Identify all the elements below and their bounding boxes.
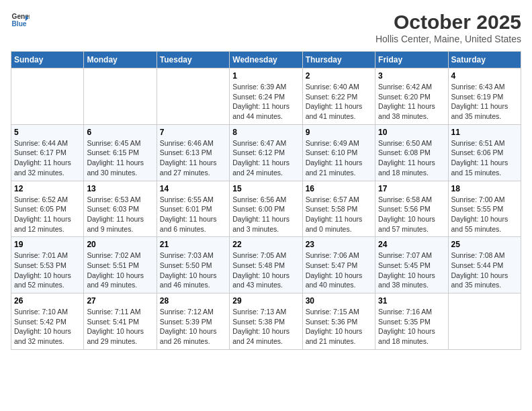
table-row: 15Sunrise: 6:56 AM Sunset: 6:00 PM Dayli… [230, 181, 302, 237]
day-number: 14 [160, 184, 226, 193]
day-number: 15 [232, 184, 299, 193]
day-number: 4 [451, 71, 518, 81]
table-row: 31Sunrise: 7:16 AM Sunset: 5:35 PM Dayli… [375, 293, 448, 350]
day-number: 13 [87, 184, 153, 193]
table-row: 11Sunrise: 6:51 AM Sunset: 6:06 PM Dayli… [448, 124, 521, 181]
location: Hollis Center, Maine, United States [375, 34, 521, 44]
day-info: Sunrise: 6:42 AM Sunset: 6:20 PM Dayligh… [378, 82, 445, 122]
calendar-week-row: 19Sunrise: 7:01 AM Sunset: 5:53 PM Dayli… [11, 237, 521, 293]
table-row: 13Sunrise: 6:53 AM Sunset: 6:03 PM Dayli… [84, 181, 157, 237]
calendar-week-row: 5Sunrise: 6:44 AM Sunset: 6:17 PM Daylig… [11, 124, 521, 181]
day-info: Sunrise: 7:15 AM Sunset: 5:36 PM Dayligh… [306, 307, 372, 347]
table-row: 26Sunrise: 7:10 AM Sunset: 5:42 PM Dayli… [11, 293, 84, 350]
table-row: 4Sunrise: 6:43 AM Sunset: 6:19 PM Daylig… [448, 68, 521, 125]
page-header: General Blue October 2025 Hollis Center,… [11, 11, 521, 44]
table-row: 19Sunrise: 7:01 AM Sunset: 5:53 PM Dayli… [11, 237, 84, 293]
table-row: 12Sunrise: 6:52 AM Sunset: 6:05 PM Dayli… [11, 181, 84, 237]
table-row: 5Sunrise: 6:44 AM Sunset: 6:17 PM Daylig… [11, 124, 84, 181]
table-row: 18Sunrise: 7:00 AM Sunset: 5:55 PM Dayli… [448, 181, 521, 237]
day-info: Sunrise: 6:51 AM Sunset: 6:06 PM Dayligh… [451, 138, 518, 178]
table-row: 21Sunrise: 7:03 AM Sunset: 5:50 PM Dayli… [157, 237, 229, 293]
day-number: 12 [14, 184, 81, 193]
table-row: 7Sunrise: 6:46 AM Sunset: 6:13 PM Daylig… [157, 124, 229, 181]
day-info: Sunrise: 6:58 AM Sunset: 5:56 PM Dayligh… [378, 195, 445, 234]
table-row [157, 68, 229, 125]
logo-icon: General Blue [11, 11, 30, 30]
day-info: Sunrise: 6:50 AM Sunset: 6:08 PM Dayligh… [378, 138, 445, 178]
col-monday: Monday [84, 52, 157, 68]
day-number: 1 [232, 71, 299, 81]
day-number: 21 [160, 240, 226, 249]
table-row: 30Sunrise: 7:15 AM Sunset: 5:36 PM Dayli… [302, 293, 375, 350]
table-row [11, 68, 84, 125]
day-number: 9 [306, 128, 372, 137]
table-row: 17Sunrise: 6:58 AM Sunset: 5:56 PM Dayli… [375, 181, 448, 237]
day-number: 18 [451, 184, 518, 193]
day-number: 8 [232, 128, 299, 137]
day-number: 28 [160, 296, 226, 306]
day-number: 10 [378, 128, 445, 137]
day-info: Sunrise: 7:13 AM Sunset: 5:38 PM Dayligh… [232, 307, 299, 347]
day-info: Sunrise: 7:06 AM Sunset: 5:47 PM Dayligh… [306, 250, 372, 290]
col-thursday: Thursday [302, 52, 375, 68]
day-number: 17 [378, 184, 445, 193]
calendar-header-row: Sunday Monday Tuesday Wednesday Thursday… [11, 52, 521, 68]
table-row: 2Sunrise: 6:40 AM Sunset: 6:22 PM Daylig… [302, 68, 375, 125]
day-info: Sunrise: 6:56 AM Sunset: 6:00 PM Dayligh… [232, 195, 299, 234]
table-row: 8Sunrise: 6:47 AM Sunset: 6:12 PM Daylig… [230, 124, 302, 181]
calendar-week-row: 26Sunrise: 7:10 AM Sunset: 5:42 PM Dayli… [11, 293, 521, 350]
day-info: Sunrise: 7:12 AM Sunset: 5:39 PM Dayligh… [160, 307, 226, 347]
day-info: Sunrise: 7:00 AM Sunset: 5:55 PM Dayligh… [451, 195, 518, 234]
col-friday: Friday [375, 52, 448, 68]
table-row: 25Sunrise: 7:08 AM Sunset: 5:44 PM Dayli… [448, 237, 521, 293]
day-info: Sunrise: 6:43 AM Sunset: 6:19 PM Dayligh… [451, 82, 518, 122]
day-number: 29 [232, 296, 299, 306]
day-number: 16 [306, 184, 372, 193]
day-info: Sunrise: 7:01 AM Sunset: 5:53 PM Dayligh… [14, 250, 81, 290]
table-row: 22Sunrise: 7:05 AM Sunset: 5:48 PM Dayli… [230, 237, 302, 293]
day-number: 19 [14, 240, 81, 249]
day-info: Sunrise: 7:02 AM Sunset: 5:51 PM Dayligh… [87, 250, 153, 290]
day-info: Sunrise: 6:44 AM Sunset: 6:17 PM Dayligh… [14, 138, 81, 178]
day-number: 27 [87, 296, 153, 306]
table-row: 1Sunrise: 6:39 AM Sunset: 6:24 PM Daylig… [230, 68, 302, 125]
day-info: Sunrise: 6:47 AM Sunset: 6:12 PM Dayligh… [232, 138, 299, 178]
day-info: Sunrise: 7:07 AM Sunset: 5:45 PM Dayligh… [378, 250, 445, 290]
table-row: 6Sunrise: 6:45 AM Sunset: 6:15 PM Daylig… [84, 124, 157, 181]
day-number: 2 [306, 71, 372, 81]
day-number: 23 [306, 240, 372, 249]
table-row: 24Sunrise: 7:07 AM Sunset: 5:45 PM Dayli… [375, 237, 448, 293]
day-number: 24 [378, 240, 445, 249]
table-row: 28Sunrise: 7:12 AM Sunset: 5:39 PM Dayli… [157, 293, 229, 350]
calendar-week-row: 12Sunrise: 6:52 AM Sunset: 6:05 PM Dayli… [11, 181, 521, 237]
day-info: Sunrise: 7:08 AM Sunset: 5:44 PM Dayligh… [451, 250, 518, 290]
day-info: Sunrise: 6:52 AM Sunset: 6:05 PM Dayligh… [14, 195, 81, 234]
day-info: Sunrise: 7:10 AM Sunset: 5:42 PM Dayligh… [14, 307, 81, 347]
day-info: Sunrise: 6:49 AM Sunset: 6:10 PM Dayligh… [306, 138, 372, 178]
table-row: 9Sunrise: 6:49 AM Sunset: 6:10 PM Daylig… [302, 124, 375, 181]
day-info: Sunrise: 6:45 AM Sunset: 6:15 PM Dayligh… [87, 138, 153, 178]
day-info: Sunrise: 6:55 AM Sunset: 6:01 PM Dayligh… [160, 195, 226, 234]
day-number: 31 [378, 296, 445, 306]
calendar-table: Sunday Monday Tuesday Wednesday Thursday… [11, 51, 521, 350]
table-row: 27Sunrise: 7:11 AM Sunset: 5:41 PM Dayli… [84, 293, 157, 350]
day-number: 30 [306, 296, 372, 306]
day-number: 22 [232, 240, 299, 249]
logo: General Blue [11, 11, 30, 30]
day-number: 3 [378, 71, 445, 81]
col-tuesday: Tuesday [157, 52, 229, 68]
day-number: 26 [14, 296, 81, 306]
month-title: October 2025 [375, 11, 521, 34]
day-info: Sunrise: 6:40 AM Sunset: 6:22 PM Dayligh… [306, 82, 372, 122]
table-row [84, 68, 157, 125]
table-row: 10Sunrise: 6:50 AM Sunset: 6:08 PM Dayli… [375, 124, 448, 181]
calendar-week-row: 1Sunrise: 6:39 AM Sunset: 6:24 PM Daylig… [11, 68, 521, 125]
table-row: 14Sunrise: 6:55 AM Sunset: 6:01 PM Dayli… [157, 181, 229, 237]
day-info: Sunrise: 6:57 AM Sunset: 5:58 PM Dayligh… [306, 195, 372, 234]
day-number: 5 [14, 128, 81, 137]
col-saturday: Saturday [448, 52, 521, 68]
day-info: Sunrise: 6:53 AM Sunset: 6:03 PM Dayligh… [87, 195, 153, 234]
day-number: 6 [87, 128, 153, 137]
day-info: Sunrise: 7:03 AM Sunset: 5:50 PM Dayligh… [160, 250, 226, 290]
table-row: 16Sunrise: 6:57 AM Sunset: 5:58 PM Dayli… [302, 181, 375, 237]
